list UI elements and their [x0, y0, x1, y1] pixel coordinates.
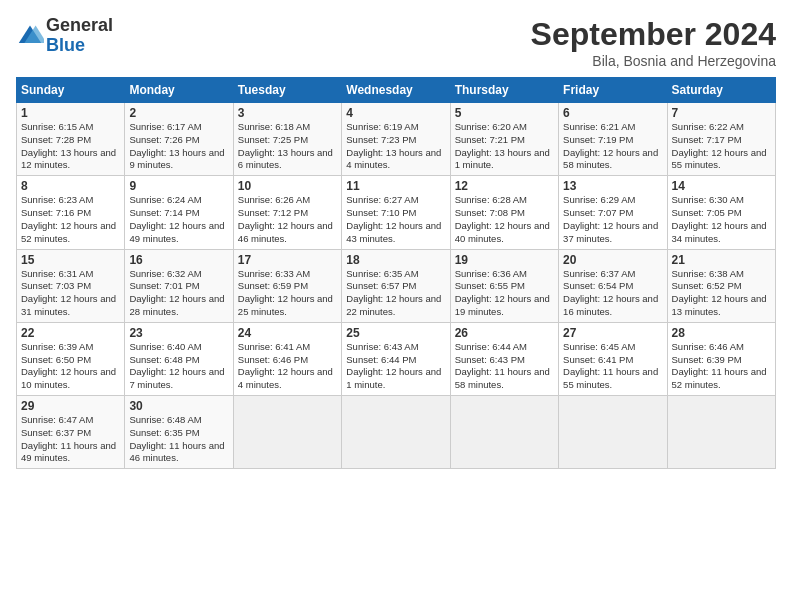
day-number: 5 — [455, 106, 554, 120]
sunset-label: Sunset: 6:46 PM — [238, 354, 308, 365]
day-info: Sunrise: 6:43 AM Sunset: 6:44 PM Dayligh… — [346, 341, 445, 392]
sunrise-label: Sunrise: 6:43 AM — [346, 341, 418, 352]
sunrise-label: Sunrise: 6:20 AM — [455, 121, 527, 132]
daylight-label: Daylight: 12 hours and 46 minutes. — [238, 220, 333, 244]
daylight-label: Daylight: 12 hours and 40 minutes. — [455, 220, 550, 244]
daylight-label: Daylight: 12 hours and 43 minutes. — [346, 220, 441, 244]
calendar-week-row: 22 Sunrise: 6:39 AM Sunset: 6:50 PM Dayl… — [17, 322, 776, 395]
calendar-day-cell: 12 Sunrise: 6:28 AM Sunset: 7:08 PM Dayl… — [450, 176, 558, 249]
day-info: Sunrise: 6:31 AM Sunset: 7:03 PM Dayligh… — [21, 268, 120, 319]
logo-icon — [16, 22, 44, 50]
day-info: Sunrise: 6:23 AM Sunset: 7:16 PM Dayligh… — [21, 194, 120, 245]
sunrise-label: Sunrise: 6:23 AM — [21, 194, 93, 205]
sunset-label: Sunset: 7:25 PM — [238, 134, 308, 145]
daylight-label: Daylight: 13 hours and 1 minute. — [455, 147, 550, 171]
sunrise-label: Sunrise: 6:38 AM — [672, 268, 744, 279]
location-subtitle: Bila, Bosnia and Herzegovina — [531, 53, 776, 69]
day-info: Sunrise: 6:44 AM Sunset: 6:43 PM Dayligh… — [455, 341, 554, 392]
sunset-label: Sunset: 6:54 PM — [563, 280, 633, 291]
day-number: 20 — [563, 253, 662, 267]
sunset-label: Sunset: 7:12 PM — [238, 207, 308, 218]
day-info: Sunrise: 6:18 AM Sunset: 7:25 PM Dayligh… — [238, 121, 337, 172]
day-number: 22 — [21, 326, 120, 340]
sunrise-label: Sunrise: 6:29 AM — [563, 194, 635, 205]
calendar-day-cell: 29 Sunrise: 6:47 AM Sunset: 6:37 PM Dayl… — [17, 396, 125, 469]
sunset-label: Sunset: 7:28 PM — [21, 134, 91, 145]
day-info: Sunrise: 6:46 AM Sunset: 6:39 PM Dayligh… — [672, 341, 771, 392]
daylight-label: Daylight: 12 hours and 19 minutes. — [455, 293, 550, 317]
day-number: 7 — [672, 106, 771, 120]
col-tuesday: Tuesday — [233, 78, 341, 103]
day-info: Sunrise: 6:30 AM Sunset: 7:05 PM Dayligh… — [672, 194, 771, 245]
day-number: 17 — [238, 253, 337, 267]
daylight-label: Daylight: 12 hours and 37 minutes. — [563, 220, 658, 244]
day-number: 6 — [563, 106, 662, 120]
sunrise-label: Sunrise: 6:44 AM — [455, 341, 527, 352]
calendar-day-cell: 19 Sunrise: 6:36 AM Sunset: 6:55 PM Dayl… — [450, 249, 558, 322]
day-number: 29 — [21, 399, 120, 413]
calendar-day-cell: 23 Sunrise: 6:40 AM Sunset: 6:48 PM Dayl… — [125, 322, 233, 395]
sunrise-label: Sunrise: 6:39 AM — [21, 341, 93, 352]
calendar-day-cell: 15 Sunrise: 6:31 AM Sunset: 7:03 PM Dayl… — [17, 249, 125, 322]
daylight-label: Daylight: 13 hours and 12 minutes. — [21, 147, 116, 171]
sunrise-label: Sunrise: 6:46 AM — [672, 341, 744, 352]
sunset-label: Sunset: 7:01 PM — [129, 280, 199, 291]
day-number: 3 — [238, 106, 337, 120]
day-info: Sunrise: 6:22 AM Sunset: 7:17 PM Dayligh… — [672, 121, 771, 172]
day-number: 25 — [346, 326, 445, 340]
day-info: Sunrise: 6:48 AM Sunset: 6:35 PM Dayligh… — [129, 414, 228, 465]
logo-general: General — [46, 16, 113, 36]
daylight-label: Daylight: 11 hours and 52 minutes. — [672, 366, 767, 390]
day-info: Sunrise: 6:29 AM Sunset: 7:07 PM Dayligh… — [563, 194, 662, 245]
day-number: 10 — [238, 179, 337, 193]
calendar-day-cell: 27 Sunrise: 6:45 AM Sunset: 6:41 PM Dayl… — [559, 322, 667, 395]
sunset-label: Sunset: 7:07 PM — [563, 207, 633, 218]
sunrise-label: Sunrise: 6:33 AM — [238, 268, 310, 279]
sunrise-label: Sunrise: 6:30 AM — [672, 194, 744, 205]
calendar-day-cell — [667, 396, 775, 469]
sunrise-label: Sunrise: 6:36 AM — [455, 268, 527, 279]
month-title: September 2024 — [531, 16, 776, 53]
sunset-label: Sunset: 7:19 PM — [563, 134, 633, 145]
day-number: 14 — [672, 179, 771, 193]
day-number: 30 — [129, 399, 228, 413]
calendar-week-row: 8 Sunrise: 6:23 AM Sunset: 7:16 PM Dayli… — [17, 176, 776, 249]
calendar-day-cell: 16 Sunrise: 6:32 AM Sunset: 7:01 PM Dayl… — [125, 249, 233, 322]
calendar-day-cell: 9 Sunrise: 6:24 AM Sunset: 7:14 PM Dayli… — [125, 176, 233, 249]
col-saturday: Saturday — [667, 78, 775, 103]
calendar-day-cell: 24 Sunrise: 6:41 AM Sunset: 6:46 PM Dayl… — [233, 322, 341, 395]
day-number: 24 — [238, 326, 337, 340]
sunrise-label: Sunrise: 6:24 AM — [129, 194, 201, 205]
sunset-label: Sunset: 6:39 PM — [672, 354, 742, 365]
daylight-label: Daylight: 11 hours and 55 minutes. — [563, 366, 658, 390]
day-info: Sunrise: 6:33 AM Sunset: 6:59 PM Dayligh… — [238, 268, 337, 319]
day-info: Sunrise: 6:32 AM Sunset: 7:01 PM Dayligh… — [129, 268, 228, 319]
calendar-day-cell: 22 Sunrise: 6:39 AM Sunset: 6:50 PM Dayl… — [17, 322, 125, 395]
daylight-label: Daylight: 12 hours and 31 minutes. — [21, 293, 116, 317]
daylight-label: Daylight: 13 hours and 6 minutes. — [238, 147, 333, 171]
calendar-day-cell: 2 Sunrise: 6:17 AM Sunset: 7:26 PM Dayli… — [125, 103, 233, 176]
daylight-label: Daylight: 12 hours and 1 minute. — [346, 366, 441, 390]
sunrise-label: Sunrise: 6:32 AM — [129, 268, 201, 279]
sunrise-label: Sunrise: 6:41 AM — [238, 341, 310, 352]
sunrise-label: Sunrise: 6:28 AM — [455, 194, 527, 205]
day-info: Sunrise: 6:17 AM Sunset: 7:26 PM Dayligh… — [129, 121, 228, 172]
day-number: 9 — [129, 179, 228, 193]
sunset-label: Sunset: 7:08 PM — [455, 207, 525, 218]
calendar-day-cell: 21 Sunrise: 6:38 AM Sunset: 6:52 PM Dayl… — [667, 249, 775, 322]
sunrise-label: Sunrise: 6:37 AM — [563, 268, 635, 279]
calendar-day-cell: 18 Sunrise: 6:35 AM Sunset: 6:57 PM Dayl… — [342, 249, 450, 322]
daylight-label: Daylight: 12 hours and 7 minutes. — [129, 366, 224, 390]
sunset-label: Sunset: 6:59 PM — [238, 280, 308, 291]
sunset-label: Sunset: 7:03 PM — [21, 280, 91, 291]
daylight-label: Daylight: 12 hours and 16 minutes. — [563, 293, 658, 317]
day-info: Sunrise: 6:41 AM Sunset: 6:46 PM Dayligh… — [238, 341, 337, 392]
calendar-day-cell: 1 Sunrise: 6:15 AM Sunset: 7:28 PM Dayli… — [17, 103, 125, 176]
sunset-label: Sunset: 7:14 PM — [129, 207, 199, 218]
col-wednesday: Wednesday — [342, 78, 450, 103]
day-number: 15 — [21, 253, 120, 267]
day-info: Sunrise: 6:45 AM Sunset: 6:41 PM Dayligh… — [563, 341, 662, 392]
calendar-day-cell: 11 Sunrise: 6:27 AM Sunset: 7:10 PM Dayl… — [342, 176, 450, 249]
sunrise-label: Sunrise: 6:22 AM — [672, 121, 744, 132]
day-number: 19 — [455, 253, 554, 267]
